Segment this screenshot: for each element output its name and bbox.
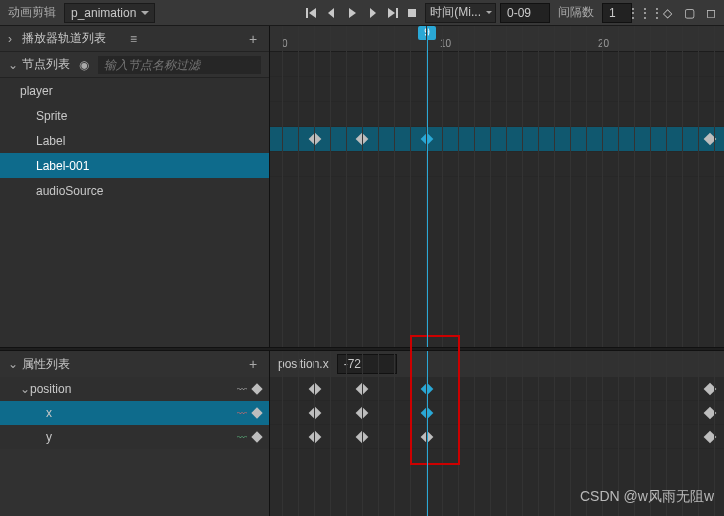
add-property-button[interactable]: +: [245, 356, 261, 372]
keyframe[interactable]: [309, 382, 322, 395]
play-button[interactable]: [343, 4, 361, 22]
clip-label: 动画剪辑: [4, 4, 60, 21]
tracks-container: [270, 52, 724, 177]
node-list-header[interactable]: ⌄ 节点列表 ◉: [0, 52, 269, 78]
transport-controls: [303, 4, 421, 22]
grid-line: [634, 26, 635, 347]
grid-line: [666, 26, 667, 347]
property-panel: ⌄ 属性列表 + ⌄position〰x〰y〰: [0, 351, 270, 516]
property-label: position: [30, 382, 237, 396]
interval-value: 1: [609, 6, 616, 20]
keyframe-indicator[interactable]: [251, 431, 262, 442]
property-tracks: [270, 377, 724, 449]
grid-line: [442, 26, 443, 347]
grid-line: [522, 351, 523, 516]
keyframe[interactable]: [309, 430, 322, 443]
chevron-down-icon: ⌄: [8, 357, 18, 371]
chevron-icon: ⌄: [20, 382, 30, 396]
grid-line: [362, 351, 363, 516]
curve-icon[interactable]: 〰: [237, 408, 247, 419]
chevron-right-icon: ›: [8, 32, 18, 46]
grid-line: [410, 26, 411, 347]
grid-line: [298, 26, 299, 347]
property-list-title: 属性列表: [18, 356, 245, 373]
stop-button[interactable]: [403, 4, 421, 22]
timeline-track[interactable]: [270, 127, 724, 152]
curve-header: position.x -72: [270, 351, 724, 377]
grid-line: [506, 26, 507, 347]
node-item-audiosource[interactable]: audioSource: [0, 178, 269, 203]
grid-line: [314, 26, 315, 347]
first-frame-button[interactable]: [303, 4, 321, 22]
node-item-player[interactable]: player: [0, 78, 269, 103]
prev-frame-button[interactable]: [323, 4, 341, 22]
timeline-track[interactable]: [270, 152, 724, 177]
keyframe-indicator[interactable]: [251, 407, 262, 418]
time-value-input[interactable]: 0-09: [500, 3, 550, 23]
property-track[interactable]: [270, 401, 724, 425]
animation-clip-dropdown[interactable]: p_animation: [64, 3, 155, 23]
node-item-sprite[interactable]: Sprite: [0, 103, 269, 128]
property-list-header[interactable]: ⌄ 属性列表 +: [0, 351, 269, 377]
grid-line: [522, 26, 523, 347]
property-row-y[interactable]: y〰: [0, 425, 269, 449]
last-frame-button[interactable]: [383, 4, 401, 22]
time-mode-dropdown[interactable]: 时间(Mi...: [425, 3, 496, 23]
property-row-x[interactable]: x〰: [0, 401, 269, 425]
expand-icon[interactable]: ◇: [658, 4, 676, 22]
timeline-track[interactable]: [270, 77, 724, 102]
grid-line: [570, 26, 571, 347]
keyframe[interactable]: [309, 406, 322, 419]
node-item-label-001[interactable]: Label-001: [0, 153, 269, 178]
time-mode-label: 时间(Mi...: [430, 4, 481, 21]
grid-line: [362, 26, 363, 347]
top-toolbar: 动画剪辑 p_animation 时间(Mi... 0-09 间隔数 1 ⋮⋮⋮…: [0, 0, 724, 26]
property-row-position[interactable]: ⌄position〰: [0, 377, 269, 401]
keyframe-indicator[interactable]: [251, 383, 262, 394]
grid-line: [698, 26, 699, 347]
svg-marker-2: [328, 8, 334, 18]
property-track[interactable]: [270, 425, 724, 449]
player-track-list-title: 播放器轨道列表: [18, 30, 126, 47]
grid-line: [330, 351, 331, 516]
grid-line: [378, 351, 379, 516]
node-filter-input[interactable]: [98, 56, 261, 74]
timeline-area[interactable]: 010209: [270, 26, 724, 347]
grid-line: [346, 351, 347, 516]
time-value: 0-09: [507, 6, 531, 20]
timeline-track[interactable]: [270, 52, 724, 77]
grid-line: [714, 351, 715, 516]
next-frame-button[interactable]: [363, 4, 381, 22]
grid-line: [554, 26, 555, 347]
add-track-button[interactable]: +: [245, 31, 261, 47]
interval-label: 间隔数: [554, 4, 598, 21]
curve-icon[interactable]: 〰: [237, 432, 247, 443]
grid-line: [474, 26, 475, 347]
timeline-track[interactable]: [270, 102, 724, 127]
playhead-line-bottom[interactable]: [427, 351, 428, 516]
player-track-list-header[interactable]: › 播放器轨道列表 ≡ +: [0, 26, 269, 52]
animation-clip-value: p_animation: [71, 6, 136, 20]
grid-line: [314, 351, 315, 516]
grid-line: [458, 351, 459, 516]
svg-marker-3: [349, 8, 356, 18]
grid-line: [298, 351, 299, 516]
grid-line: [682, 26, 683, 347]
bookmark-icon[interactable]: ◻: [702, 4, 720, 22]
menu-icon[interactable]: ≡: [126, 32, 142, 46]
panel-icon[interactable]: ▢: [680, 4, 698, 22]
keyframe[interactable]: [309, 133, 322, 146]
node-item-label[interactable]: Label: [0, 128, 269, 153]
left-panel: › 播放器轨道列表 ≡ + ⌄ 节点列表 ◉ playerSpriteLabel…: [0, 26, 270, 347]
grid-line: [330, 26, 331, 347]
property-track[interactable]: [270, 377, 724, 401]
curve-icon[interactable]: 〰: [237, 384, 247, 395]
property-label: y: [46, 430, 237, 444]
property-label: x: [46, 406, 237, 420]
eye-icon[interactable]: ◉: [76, 58, 92, 72]
grid-line: [282, 26, 283, 347]
svg-rect-6: [396, 8, 398, 18]
grid-icon[interactable]: ⋮⋮⋮: [636, 4, 654, 22]
playhead-line[interactable]: [427, 26, 428, 347]
timeline-ruler[interactable]: 010209: [270, 26, 724, 52]
